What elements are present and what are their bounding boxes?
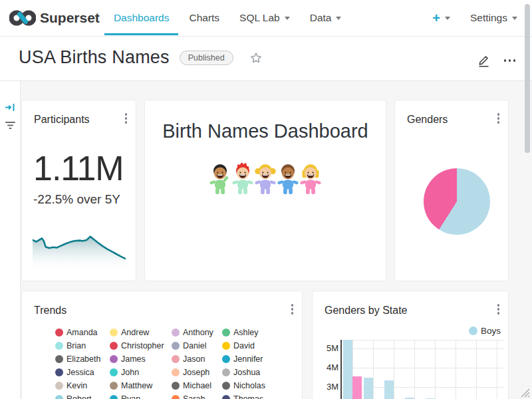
- children-illustration: [145, 161, 386, 198]
- legend-dot: [110, 342, 118, 350]
- legend-dot: [172, 342, 180, 350]
- trends-legend-item-joshua[interactable]: Joshua: [222, 366, 281, 379]
- superset-dashboard-page: { "navbar": { "brand": "Superset", "acce…: [0, 0, 532, 399]
- trends-legend-item-jessica[interactable]: Jessica: [55, 366, 110, 379]
- settings-menu[interactable]: Settings: [470, 12, 517, 24]
- gridline-vertical: [476, 340, 477, 399]
- chart-options-menu[interactable]: [497, 113, 500, 125]
- trends-legend-item-andrew[interactable]: Andrew: [110, 326, 172, 339]
- trends-legend-item-thomas[interactable]: Thomas: [222, 392, 281, 399]
- bar-boys-cat2[interactable]: [384, 380, 394, 399]
- gridline-horizontal: [340, 368, 504, 368]
- trends-legend-item-kevin[interactable]: Kevin: [55, 379, 110, 392]
- legend-label: Amanda: [66, 328, 98, 337]
- chart-options-menu[interactable]: [125, 113, 128, 125]
- gridline-vertical: [497, 340, 497, 399]
- vertical-scrollbar-thumb[interactable]: [525, 4, 530, 153]
- card-title: Trends: [34, 305, 66, 317]
- new-item-button[interactable]: +: [432, 11, 450, 26]
- trends-legend-item-matthew[interactable]: Matthew: [110, 379, 172, 392]
- trends-legend-item-david[interactable]: David: [222, 339, 281, 352]
- legend-dot: [110, 382, 118, 390]
- nav-item-data[interactable]: Data: [310, 0, 342, 36]
- card-title: Genders: [407, 114, 448, 126]
- legend-dot: [222, 355, 230, 363]
- dashboard-actions-menu[interactable]: [501, 59, 515, 62]
- markdown-heading: Birth Names Dashboard: [145, 120, 386, 142]
- settings-label: Settings: [470, 12, 507, 24]
- gridline-vertical: [394, 340, 394, 399]
- trends-legend-item-daniel[interactable]: Daniel: [172, 339, 222, 352]
- y-axis-line: [340, 340, 342, 399]
- superset-logo[interactable]: Superset: [9, 9, 114, 27]
- legend-dot: [55, 355, 63, 363]
- nav-item-label: Dashboards: [114, 12, 170, 24]
- legend-label: Joseph: [183, 368, 209, 377]
- edit-dashboard-icon[interactable]: [477, 53, 491, 68]
- legend-dot: [110, 329, 118, 336]
- child-figure: [255, 161, 276, 198]
- trends-legend-item-jennifer[interactable]: Jennifer: [222, 352, 281, 366]
- filter-bar-collapsed: [0, 81, 21, 399]
- trends-card: Trends AmandaAndrewAnthonyAshleyBrianChr…: [21, 291, 303, 399]
- nav-item-label: Data: [310, 12, 332, 24]
- top-navbar: Superset DashboardsChartsSQL LabData + S…: [0, 0, 532, 37]
- legend-label: Jason: [183, 354, 205, 364]
- resize-handle-icon[interactable]: [519, 386, 531, 398]
- nav-item-sql-lab[interactable]: SQL Lab: [239, 0, 290, 36]
- brand-name[interactable]: Superset: [40, 10, 100, 26]
- published-badge[interactable]: Published: [180, 51, 233, 65]
- child-figure: [209, 161, 231, 198]
- dashboard-title: USA Births Names: [19, 47, 170, 68]
- bar-boys-cat0[interactable]: [343, 340, 352, 399]
- legend-label: Christopher: [121, 341, 164, 350]
- trends-legend-item-brian[interactable]: Brian: [55, 339, 110, 352]
- nav-item-dashboards[interactable]: Dashboards: [114, 0, 170, 36]
- trends-legend-item-sarah[interactable]: Sarah: [172, 392, 222, 399]
- expand-filter-bar-icon[interactable]: [5, 102, 16, 116]
- dashboard-header: USA Births Names Published: [0, 36, 532, 81]
- nav-item-label: Charts: [189, 12, 219, 24]
- genders-pie-chart[interactable]: [424, 168, 490, 235]
- trends-legend-item-joseph[interactable]: Joseph: [172, 366, 222, 379]
- trends-legend-item-anthony[interactable]: Anthony: [172, 326, 222, 339]
- legend-label: Jessica: [66, 368, 94, 377]
- trends-legend-item-christopher[interactable]: Christopher: [110, 339, 172, 352]
- child-figure: [232, 161, 253, 198]
- legend-label: Robert: [66, 394, 92, 399]
- trends-legend-item-jason[interactable]: Jason: [172, 352, 222, 366]
- gridline-horizontal: [340, 340, 504, 340]
- legend-dot: [222, 368, 230, 376]
- trends-legend-item-michael[interactable]: Michael: [172, 379, 222, 392]
- legend-dot: [172, 355, 180, 363]
- trends-legend-item-nicholas[interactable]: Nicholas: [222, 379, 281, 392]
- bar-boys-cat1[interactable]: [364, 378, 373, 399]
- gridline-vertical: [435, 340, 436, 399]
- big-number-subheader: -22.5% over 5Y: [33, 192, 120, 207]
- favorite-star-icon[interactable]: [249, 51, 263, 65]
- legend-dot: [110, 395, 118, 399]
- genders-by-state-plot[interactable]: 5M4M3M: [313, 291, 508, 399]
- trends-legend-item-robert[interactable]: Robert: [55, 392, 110, 399]
- trends-legend-item-elizabeth[interactable]: Elizabeth: [55, 352, 110, 366]
- legend-dot: [172, 329, 180, 336]
- trends-legend-item-james[interactable]: James: [110, 352, 172, 366]
- card-title: Participants: [34, 114, 90, 126]
- gridline-horizontal: [340, 348, 504, 349]
- legend-label: Michael: [183, 381, 211, 390]
- trends-legend-item-ashley[interactable]: Ashley: [222, 326, 281, 339]
- y-axis-tick-label: 4M: [319, 362, 338, 372]
- trends-legend-item-ryan[interactable]: Ryan: [110, 392, 172, 399]
- gridline-vertical: [414, 340, 415, 399]
- legend-dot: [55, 368, 63, 376]
- legend-dot: [222, 342, 230, 350]
- filter-icon[interactable]: [5, 120, 16, 133]
- trends-legend-item-john[interactable]: John: [110, 366, 172, 379]
- legend-dot: [55, 329, 63, 336]
- chart-options-menu[interactable]: [291, 304, 294, 316]
- trends-legend-item-amanda[interactable]: Amanda: [55, 326, 110, 339]
- legend-label: Daniel: [183, 341, 206, 350]
- bar-girls-cat0[interactable]: [352, 376, 362, 399]
- nav-item-charts[interactable]: Charts: [189, 0, 219, 36]
- legend-dot: [172, 395, 180, 399]
